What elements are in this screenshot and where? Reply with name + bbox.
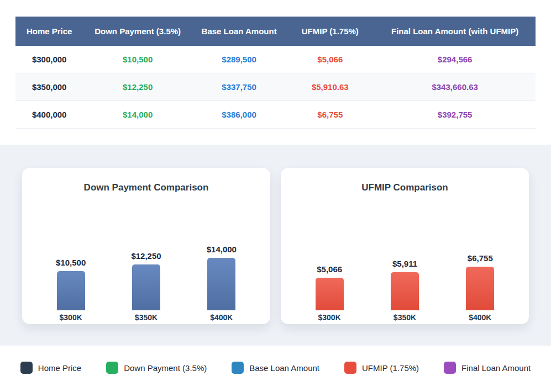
bar [207,258,235,310]
charts-section: Down Payment Comparison $10,500 $300K $1… [0,145,551,346]
cell-final-loan: $392,755 [374,101,536,129]
cell-down-payment: $14,000 [83,101,192,129]
table-header-row: Home Price Down Payment (3.5%) Base Loan… [15,17,536,46]
legend-label: Base Loan Amount [249,363,319,373]
cell-base-loan: $386,000 [192,101,286,129]
down-payment-swatch-icon [106,362,118,374]
base-loan-swatch-icon [232,362,244,374]
cell-home-price: $300,000 [15,46,83,73]
legend-label: UFMIP (1.75%) [362,363,419,373]
bar-value-label: $12,250 [131,251,161,261]
cell-home-price: $400,000 [15,101,83,129]
x-tick-label: $400K [469,313,491,322]
cell-down-payment: $12,250 [83,73,192,101]
loan-comparison-table-wrap: Home Price Down Payment (3.5%) Base Loan… [15,17,536,129]
legend-item-home-price: Home Price [20,362,81,374]
cell-base-loan: $337,750 [192,73,286,101]
bar [466,267,494,310]
chart-title: UFMIP Comparison [292,182,518,193]
cell-ufmip: $5,910.63 [286,73,374,101]
x-tick-label: $400K [210,313,233,322]
page: Home Price Down Payment (3.5%) Base Loan… [0,17,551,374]
down-payment-chart-card: Down Payment Comparison $10,500 $300K $1… [22,168,270,324]
cell-home-price: $350,000 [15,73,83,101]
bar [391,272,419,310]
cell-base-loan: $289,500 [192,46,286,73]
bar-group: $12,250 $350K [131,251,161,322]
bar-value-label: $14,000 [207,245,237,254]
bars-row: $5,066 $300K $5,911 $350K $6,755 $400K [292,193,518,322]
bar-group: $14,000 $400K [207,245,237,322]
x-tick-label: $300K [60,313,82,322]
bar-group: $6,755 $400K [466,253,494,322]
cell-ufmip: $6,755 [286,101,374,129]
legend-item-final-loan: Final Loan Amount [444,362,531,374]
bar-group: $5,911 $350K [391,259,419,322]
loan-comparison-table: Home Price Down Payment (3.5%) Base Loan… [15,17,536,129]
x-tick-label: $350K [393,313,416,322]
header-final-loan: Final Loan Amount (with UFMIP) [374,17,536,46]
legend-item-base-loan: Base Loan Amount [232,362,319,374]
home-price-swatch-icon [20,362,33,374]
header-home-price: Home Price [15,17,83,46]
x-tick-label: $300K [318,313,341,322]
chart-title: Down Payment Comparison [33,182,259,193]
cell-down-payment: $10,500 [83,46,192,73]
bar [57,271,85,310]
table-row: $350,000 $12,250 $337,750 $5,910.63 $343… [15,73,536,101]
cell-final-loan: $343,660.63 [374,73,536,101]
legend-item-down-payment: Down Payment (3.5%) [106,362,207,374]
ufmip-swatch-icon [344,362,356,374]
header-base-loan: Base Loan Amount [192,17,286,46]
bar-group: $5,066 $300K [316,264,344,322]
x-tick-label: $350K [135,313,158,322]
bars-row: $10,500 $300K $12,250 $350K $14,000 $400… [33,193,259,322]
bar [316,278,344,310]
legend-label: Final Loan Amount [461,363,531,373]
cell-ufmip: $5,066 [286,46,374,73]
bar [132,264,160,310]
bar-value-label: $10,500 [56,258,86,267]
bar-value-label: $5,911 [392,259,417,268]
table-row: $300,000 $10,500 $289,500 $5,066 $294,56… [15,46,536,73]
bar-value-label: $6,755 [468,253,493,263]
legend-label: Down Payment (3.5%) [124,363,207,373]
header-ufmip: UFMIP (1.75%) [286,17,374,46]
table-row: $400,000 $14,000 $386,000 $6,755 $392,75… [15,101,536,129]
legend: Home Price Down Payment (3.5%) Base Loan… [0,362,551,374]
legend-item-ufmip: UFMIP (1.75%) [344,362,419,374]
ufmip-chart-card: UFMIP Comparison $5,066 $300K $5,911 $35… [281,168,529,324]
final-loan-swatch-icon [444,362,456,374]
header-down-payment: Down Payment (3.5%) [83,17,192,46]
bar-value-label: $5,066 [317,264,342,274]
legend-label: Home Price [38,363,81,373]
bar-group: $10,500 $300K [56,258,86,322]
cell-final-loan: $294,566 [374,46,536,73]
